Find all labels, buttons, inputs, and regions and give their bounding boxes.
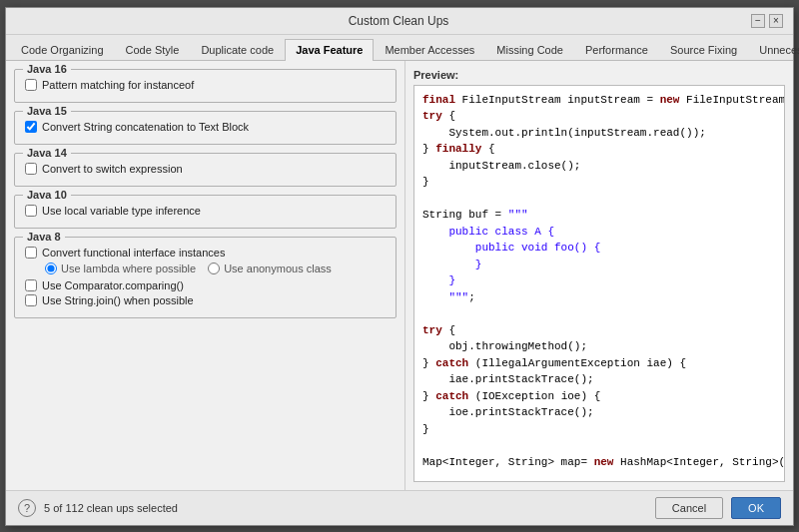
use-anonymous-radio[interactable] (208, 263, 220, 274)
footer: ? 5 of 112 clean ups selected Cancel OK (6, 490, 793, 525)
tab-source-fixing[interactable]: Source Fixing (659, 39, 748, 60)
comparator-checkbox[interactable] (25, 279, 37, 291)
tab-member-accesses[interactable]: Member Accesses (374, 39, 485, 60)
footer-left: ? (18, 499, 36, 517)
tab-duplicate-code[interactable]: Duplicate code (190, 39, 285, 60)
list-item: Use anonymous class (208, 263, 332, 274)
java15-label: Java 15 (23, 105, 71, 117)
switch-expr-checkbox[interactable] (25, 163, 37, 175)
pattern-matching-label: Pattern matching for instanceof (42, 79, 194, 91)
list-item: Use String.join() when possible (25, 294, 386, 306)
dialog-title: Custom Clean Ups (46, 14, 751, 28)
title-bar: Custom Clean Ups − × (6, 8, 793, 35)
right-panel: Preview: final FileInputStream inputStre… (405, 61, 793, 490)
close-button[interactable]: × (769, 14, 783, 28)
switch-expr-label: Convert to switch expression (42, 163, 183, 175)
list-item: Use lambda where possible (45, 263, 196, 274)
functional-interface-checkbox[interactable] (25, 247, 37, 259)
var-label: Use local variable type inference (42, 205, 201, 217)
pattern-matching-checkbox[interactable] (25, 79, 37, 91)
use-lambda-label: Use lambda where possible (61, 263, 196, 274)
tab-code-style[interactable]: Code Style (115, 39, 191, 60)
help-icon[interactable]: ? (18, 499, 36, 517)
tab-java-feature[interactable]: Java Feature (285, 39, 374, 61)
java8-section: Java 8 Convert functional interface inst… (14, 237, 397, 318)
string-concat-checkbox[interactable] (25, 121, 37, 133)
tab-performance[interactable]: Performance (574, 39, 659, 60)
list-item: Use local variable type inference (25, 205, 386, 217)
dialog: Custom Clean Ups − × Code Organizing Cod… (5, 7, 794, 526)
ok-button[interactable]: OK (731, 497, 781, 519)
java16-label: Java 16 (23, 63, 71, 75)
java14-section: Java 14 Convert to switch expression (14, 153, 397, 187)
tab-bar: Code Organizing Code Style Duplicate cod… (6, 35, 793, 61)
comparator-label: Use Comparator.comparing() (42, 279, 184, 291)
list-item: Pattern matching for instanceof (25, 79, 386, 91)
code-preview: final FileInputStream inputStream = new … (413, 85, 785, 482)
java14-label: Java 14 (23, 147, 71, 159)
functional-interface-label: Convert functional interface instances (42, 247, 225, 259)
var-checkbox[interactable] (25, 205, 37, 217)
cancel-button[interactable]: Cancel (655, 497, 723, 519)
string-join-checkbox[interactable] (25, 294, 37, 306)
main-content: Java 16 Pattern matching for instanceof … (6, 61, 793, 490)
list-item: Convert String concatenation to Text Blo… (25, 121, 386, 133)
list-item: Convert to switch expression (25, 163, 386, 175)
tab-code-organizing[interactable]: Code Organizing (10, 39, 115, 60)
lambda-radio-group: Use lambda where possible Use anonymous … (25, 263, 386, 274)
string-concat-label: Convert String concatenation to Text Blo… (42, 121, 249, 133)
status-text: 5 of 112 clean ups selected (44, 502, 655, 514)
preview-label: Preview: (413, 69, 785, 81)
use-lambda-radio[interactable] (45, 263, 57, 274)
left-panel: Java 16 Pattern matching for instanceof … (6, 61, 405, 490)
footer-buttons: Cancel OK (655, 497, 781, 519)
tab-missing-code[interactable]: Missing Code (485, 39, 574, 60)
java8-label: Java 8 (23, 231, 65, 243)
java10-section: Java 10 Use local variable type inferenc… (14, 195, 397, 229)
minimize-button[interactable]: − (751, 14, 765, 28)
list-item: Convert functional interface instances (25, 247, 386, 259)
tab-unnecessary-code[interactable]: Unnecessary Code (748, 39, 799, 60)
title-controls: − × (751, 14, 783, 28)
java10-label: Java 10 (23, 189, 71, 201)
use-anonymous-label: Use anonymous class (224, 263, 332, 274)
list-item: Use Comparator.comparing() (25, 279, 386, 291)
java15-section: Java 15 Convert String concatenation to … (14, 111, 397, 145)
java16-section: Java 16 Pattern matching for instanceof (14, 69, 397, 103)
string-join-label: Use String.join() when possible (42, 294, 194, 306)
